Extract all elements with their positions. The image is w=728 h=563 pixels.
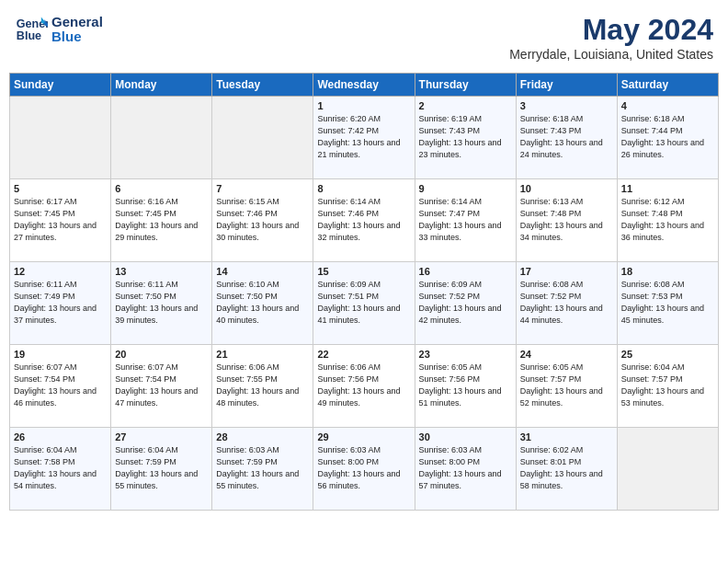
day-info: Sunrise: 6:06 AMSunset: 7:56 PMDaylight:… (317, 362, 410, 409)
calendar-table: Sunday Monday Tuesday Wednesday Thursday… (9, 73, 719, 511)
table-row: 25Sunrise: 6:04 AMSunset: 7:57 PMDayligh… (617, 345, 718, 428)
logo-icon: General Blue (15, 13, 48, 46)
table-row: 17Sunrise: 6:08 AMSunset: 7:52 PMDayligh… (516, 262, 617, 345)
day-number: 5 (14, 183, 107, 194)
table-row: 22Sunrise: 6:06 AMSunset: 7:56 PMDayligh… (313, 345, 415, 428)
table-row: 1Sunrise: 6:20 AMSunset: 7:42 PMDaylight… (313, 97, 415, 179)
day-number: 12 (14, 266, 107, 277)
header-thursday: Thursday (415, 74, 516, 97)
day-info: Sunrise: 6:04 AMSunset: 7:57 PMDaylight:… (621, 362, 714, 409)
table-row: 31Sunrise: 6:02 AMSunset: 8:01 PMDayligh… (516, 428, 617, 511)
day-number: 6 (115, 183, 208, 194)
table-row: 20Sunrise: 6:07 AMSunset: 7:54 PMDayligh… (111, 345, 212, 428)
day-info: Sunrise: 6:03 AMSunset: 7:59 PMDaylight:… (216, 444, 309, 492)
day-info: Sunrise: 6:07 AMSunset: 7:54 PMDaylight:… (14, 362, 107, 409)
table-row: 29Sunrise: 6:03 AMSunset: 8:00 PMDayligh… (313, 428, 415, 511)
day-info: Sunrise: 6:08 AMSunset: 7:53 PMDaylight:… (621, 279, 714, 327)
title-block: May 2024 Merrydale, Louisiana, United St… (509, 13, 713, 62)
day-info: Sunrise: 6:02 AMSunset: 8:01 PMDaylight:… (520, 444, 613, 492)
day-number: 7 (216, 183, 309, 194)
table-row: 21Sunrise: 6:06 AMSunset: 7:55 PMDayligh… (212, 345, 313, 428)
day-info: Sunrise: 6:05 AMSunset: 7:57 PMDaylight:… (520, 362, 613, 409)
day-info: Sunrise: 6:18 AMSunset: 7:43 PMDaylight:… (520, 113, 613, 161)
day-number: 13 (115, 266, 208, 277)
table-row (617, 428, 718, 511)
logo: General Blue General Blue (15, 13, 103, 46)
day-info: Sunrise: 6:07 AMSunset: 7:54 PMDaylight:… (115, 362, 208, 409)
table-row: 23Sunrise: 6:05 AMSunset: 7:56 PMDayligh… (415, 345, 516, 428)
header-sunday: Sunday (10, 74, 111, 97)
day-number: 31 (520, 431, 613, 442)
table-row: 28Sunrise: 6:03 AMSunset: 7:59 PMDayligh… (212, 428, 313, 511)
day-info: Sunrise: 6:20 AMSunset: 7:42 PMDaylight:… (317, 113, 410, 161)
day-number: 11 (621, 183, 714, 194)
table-row: 10Sunrise: 6:13 AMSunset: 7:48 PMDayligh… (516, 179, 617, 262)
table-row: 15Sunrise: 6:09 AMSunset: 7:51 PMDayligh… (313, 262, 415, 345)
table-row (10, 97, 111, 179)
day-number: 15 (317, 266, 410, 277)
day-number: 25 (621, 349, 714, 360)
day-number: 2 (419, 100, 512, 111)
logo-line2: Blue (51, 29, 103, 45)
day-info: Sunrise: 6:13 AMSunset: 7:48 PMDaylight:… (520, 196, 613, 244)
day-number: 17 (520, 266, 613, 277)
day-info: Sunrise: 6:11 AMSunset: 7:49 PMDaylight:… (14, 279, 107, 327)
table-row: 24Sunrise: 6:05 AMSunset: 7:57 PMDayligh… (516, 345, 617, 428)
day-info: Sunrise: 6:03 AMSunset: 8:00 PMDaylight:… (419, 444, 512, 492)
day-number: 1 (317, 100, 410, 111)
table-row: 27Sunrise: 6:04 AMSunset: 7:59 PMDayligh… (111, 428, 212, 511)
day-info: Sunrise: 6:14 AMSunset: 7:46 PMDaylight:… (317, 196, 410, 244)
table-row: 30Sunrise: 6:03 AMSunset: 8:00 PMDayligh… (415, 428, 516, 511)
day-number: 14 (216, 266, 309, 277)
table-row: 8Sunrise: 6:14 AMSunset: 7:46 PMDaylight… (313, 179, 415, 262)
day-number: 4 (621, 100, 714, 111)
day-info: Sunrise: 6:04 AMSunset: 7:58 PMDaylight:… (14, 444, 107, 492)
day-info: Sunrise: 6:14 AMSunset: 7:47 PMDaylight:… (419, 196, 512, 244)
header-wednesday: Wednesday (313, 74, 415, 97)
table-row: 9Sunrise: 6:14 AMSunset: 7:47 PMDaylight… (415, 179, 516, 262)
day-number: 18 (621, 266, 714, 277)
logo-line1: General (51, 15, 103, 30)
day-number: 3 (520, 100, 613, 111)
table-row (111, 97, 212, 179)
day-info: Sunrise: 6:04 AMSunset: 7:59 PMDaylight:… (115, 444, 208, 492)
table-row: 5Sunrise: 6:17 AMSunset: 7:45 PMDaylight… (10, 179, 111, 262)
calendar-body: 1Sunrise: 6:20 AMSunset: 7:42 PMDaylight… (10, 97, 719, 511)
table-row: 16Sunrise: 6:09 AMSunset: 7:52 PMDayligh… (415, 262, 516, 345)
page-header: General Blue General Blue May 2024 Merry… (9, 9, 719, 65)
day-info: Sunrise: 6:12 AMSunset: 7:48 PMDaylight:… (621, 196, 714, 244)
day-info: Sunrise: 6:08 AMSunset: 7:52 PMDaylight:… (520, 279, 613, 327)
day-info: Sunrise: 6:10 AMSunset: 7:50 PMDaylight:… (216, 279, 309, 327)
table-row: 12Sunrise: 6:11 AMSunset: 7:49 PMDayligh… (10, 262, 111, 345)
day-info: Sunrise: 6:16 AMSunset: 7:45 PMDaylight:… (115, 196, 208, 244)
day-info: Sunrise: 6:11 AMSunset: 7:50 PMDaylight:… (115, 279, 208, 327)
header-monday: Monday (111, 74, 212, 97)
day-number: 16 (419, 266, 512, 277)
day-number: 9 (419, 183, 512, 194)
header-friday: Friday (516, 74, 617, 97)
day-number: 19 (14, 349, 107, 360)
day-number: 29 (317, 431, 410, 442)
day-number: 23 (419, 349, 512, 360)
day-number: 30 (419, 431, 512, 442)
table-row: 4Sunrise: 6:18 AMSunset: 7:44 PMDaylight… (617, 97, 718, 179)
day-number: 10 (520, 183, 613, 194)
table-row: 7Sunrise: 6:15 AMSunset: 7:46 PMDaylight… (212, 179, 313, 262)
table-row: 2Sunrise: 6:19 AMSunset: 7:43 PMDaylight… (415, 97, 516, 179)
table-row: 13Sunrise: 6:11 AMSunset: 7:50 PMDayligh… (111, 262, 212, 345)
table-row: 18Sunrise: 6:08 AMSunset: 7:53 PMDayligh… (617, 262, 718, 345)
day-info: Sunrise: 6:18 AMSunset: 7:44 PMDaylight:… (621, 113, 714, 161)
day-number: 8 (317, 183, 410, 194)
table-row: 11Sunrise: 6:12 AMSunset: 7:48 PMDayligh… (617, 179, 718, 262)
day-info: Sunrise: 6:09 AMSunset: 7:52 PMDaylight:… (419, 279, 512, 327)
day-info: Sunrise: 6:03 AMSunset: 8:00 PMDaylight:… (317, 444, 410, 492)
day-number: 21 (216, 349, 309, 360)
day-info: Sunrise: 6:15 AMSunset: 7:46 PMDaylight:… (216, 196, 309, 244)
table-row: 3Sunrise: 6:18 AMSunset: 7:43 PMDaylight… (516, 97, 617, 179)
day-number: 20 (115, 349, 208, 360)
table-row: 6Sunrise: 6:16 AMSunset: 7:45 PMDaylight… (111, 179, 212, 262)
day-info: Sunrise: 6:17 AMSunset: 7:45 PMDaylight:… (14, 196, 107, 244)
calendar-header: Sunday Monday Tuesday Wednesday Thursday… (10, 74, 719, 97)
day-info: Sunrise: 6:06 AMSunset: 7:55 PMDaylight:… (216, 362, 309, 409)
calendar-title: May 2024 (509, 13, 713, 47)
